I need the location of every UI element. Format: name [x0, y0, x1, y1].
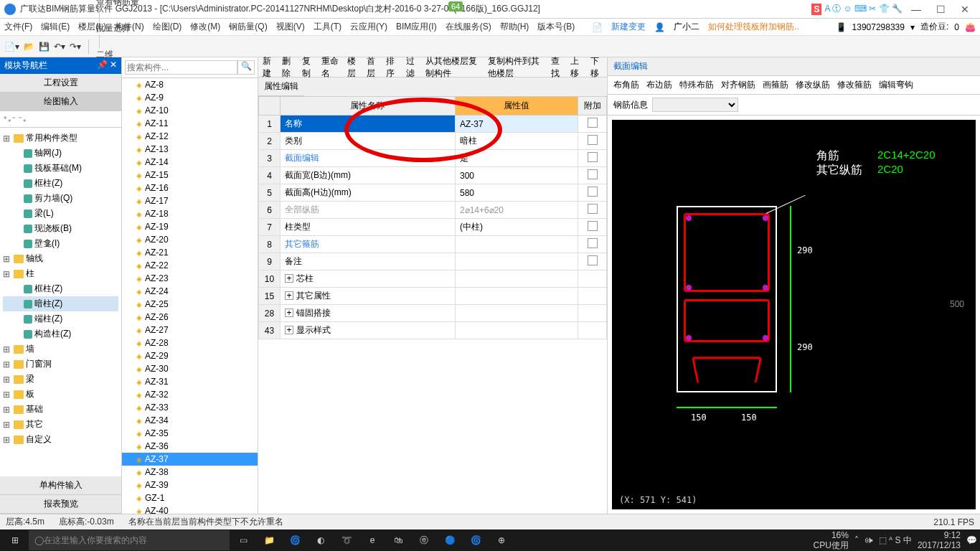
component-item[interactable]: ◈AZ-35 — [122, 427, 258, 440]
help-link[interactable]: 如何处理筏板附加钢筋.. — [708, 21, 799, 33]
property-row[interactable]: 7柱类型(中柱) — [259, 219, 607, 236]
tree-node[interactable]: 现浇板(B) — [3, 221, 118, 236]
edge-icon[interactable]: e — [360, 529, 385, 551]
redo-icon[interactable]: ↷▾ — [70, 42, 81, 52]
component-item[interactable]: ◈AZ-31 — [122, 375, 258, 388]
ie-icon[interactable]: ⓔ — [412, 529, 436, 551]
component-item[interactable]: ◈AZ-32 — [122, 388, 258, 401]
prop-toolbar-button[interactable]: 首层 — [367, 55, 379, 80]
property-row[interactable]: 6全部纵筋2⌀14+6⌀20 — [259, 202, 607, 219]
tab-report-preview[interactable]: 报表预览 — [0, 495, 121, 514]
component-item[interactable]: ◈AZ-18 — [122, 207, 258, 220]
property-row[interactable]: 5截面高(H边)(mm)580 — [259, 184, 607, 202]
component-item[interactable]: ◈AZ-16 — [122, 182, 258, 194]
property-row[interactable]: 3截面编辑是 — [259, 150, 607, 167]
sogou-icon[interactable]: S — [811, 4, 821, 15]
taskview-icon[interactable]: ▭ — [231, 529, 255, 551]
tree-node[interactable]: ⊞自定义 — [3, 432, 118, 447]
component-item[interactable]: ◈AZ-10 — [122, 104, 258, 117]
prop-toolbar-button[interactable]: 上移 — [570, 55, 583, 80]
component-item[interactable]: ◈AZ-9 — [122, 91, 258, 104]
menu-item[interactable]: 绘图(D) — [153, 22, 182, 32]
property-row[interactable]: 1名称AZ-37 — [259, 116, 607, 133]
component-item[interactable]: ◈AZ-26 — [122, 311, 258, 324]
tree-node[interactable]: 框柱(Z) — [3, 281, 118, 296]
section-tab[interactable]: 布边筋 — [646, 79, 672, 91]
save-icon[interactable]: 💾 — [39, 42, 50, 52]
toolbar-button[interactable]: 查看钢筋量 — [96, 0, 139, 8]
component-item[interactable]: ◈AZ-34 — [122, 414, 258, 427]
section-tab[interactable]: 编辑弯钩 — [879, 79, 913, 91]
ime-icons[interactable]: A ⓣ ☺ ⌨ ✂ 👕 🔧 — [824, 3, 903, 15]
prop-toolbar-button[interactable]: 楼层 — [347, 55, 359, 80]
tree-node[interactable]: ⊞梁 — [3, 372, 118, 387]
notifications-icon[interactable]: 💬 — [966, 535, 977, 545]
tree-node[interactable]: 梁(L) — [3, 206, 118, 221]
search-button[interactable]: 🔍 — [237, 60, 255, 75]
component-item[interactable]: ◈AZ-21 — [122, 246, 258, 259]
tab-project-settings[interactable]: 工程设置 — [0, 74, 121, 93]
section-tab[interactable]: 修改箍筋 — [837, 79, 872, 91]
open-icon[interactable]: 📂 — [24, 42, 34, 52]
component-item[interactable]: ◈AZ-11 — [122, 117, 258, 130]
menu-item[interactable]: 版本号(B) — [537, 22, 575, 32]
menu-item[interactable]: 修改(M) — [190, 22, 220, 32]
menu-item[interactable]: 视图(V) — [276, 22, 305, 32]
minimize-button[interactable]: — — [905, 4, 927, 15]
section-tab[interactable]: 画箍筋 — [763, 79, 788, 91]
app-icon-6[interactable]: ⊕ — [489, 529, 514, 551]
component-item[interactable]: ◈AZ-38 — [122, 466, 258, 479]
property-row[interactable]: 4截面宽(B边)(mm)300 — [259, 167, 607, 184]
tree-node[interactable]: 轴网(J) — [3, 146, 118, 161]
undo-icon[interactable]: ↶▾ — [54, 42, 65, 52]
start-button[interactable]: ⊞ — [3, 529, 27, 551]
prop-toolbar-button[interactable]: 从其他楼层复制构件 — [425, 55, 481, 80]
tree-node[interactable]: ⊞板 — [3, 387, 118, 402]
rebar-info-select[interactable] — [652, 98, 738, 112]
prop-toolbar-button[interactable]: 新建 — [263, 55, 275, 80]
property-row[interactable]: 43+显示样式 — [259, 322, 607, 339]
clock[interactable]: 9:122017/12/13 — [918, 530, 961, 551]
component-item[interactable]: ◈AZ-15 — [122, 169, 258, 182]
component-item[interactable]: ◈AZ-28 — [122, 336, 258, 349]
section-tab[interactable]: 特殊布筋 — [679, 79, 714, 91]
component-item[interactable]: ◈AZ-36 — [122, 440, 258, 453]
component-item[interactable]: ◈AZ-24 — [122, 285, 258, 298]
close-button[interactable]: ✕ — [954, 4, 976, 15]
menu-item[interactable]: 工具(T) — [314, 22, 341, 32]
component-item[interactable]: ◈AZ-37 — [122, 453, 258, 466]
tab-draw-input[interactable]: 绘图输入 — [0, 93, 121, 111]
app-icon-2[interactable]: ◐ — [308, 529, 333, 551]
component-item[interactable]: ◈AZ-25 — [122, 298, 258, 311]
tree-node[interactable]: 暗柱(Z) — [3, 296, 118, 311]
menu-item[interactable]: 帮助(H) — [500, 22, 529, 32]
component-item[interactable]: ◈AZ-8 — [122, 78, 258, 91]
prop-toolbar-button[interactable]: 重命名 — [321, 55, 340, 80]
prop-toolbar-button[interactable]: 复制 — [302, 55, 314, 80]
nav-symbols[interactable]: ⁺₊⁻ ⁻₊ — [0, 111, 121, 128]
new-change[interactable]: 新建变更 — [611, 21, 646, 33]
section-tab[interactable]: 修改纵筋 — [796, 79, 830, 91]
cortana-search[interactable]: ◯ 在这里输入你要搜索的内容 — [29, 530, 230, 550]
tree-node[interactable]: ⊞其它 — [3, 417, 118, 432]
menu-item[interactable]: 编辑(E) — [41, 22, 70, 32]
store-icon[interactable]: 🛍 — [386, 529, 410, 551]
new-file-icon[interactable]: 📄▾ — [4, 42, 19, 52]
tree-node[interactable]: 壁龛(I) — [3, 236, 118, 251]
component-item[interactable]: ◈AZ-29 — [122, 349, 258, 362]
tree-node[interactable]: ⊞门窗洞 — [3, 357, 118, 372]
tree-node[interactable]: 端柱(Z) — [3, 311, 118, 326]
section-tab[interactable]: 对齐钢筋 — [721, 79, 755, 91]
component-item[interactable]: ◈AZ-14 — [122, 156, 258, 169]
component-item[interactable]: ◈AZ-39 — [122, 479, 258, 491]
tree-node[interactable]: ⊞柱 — [3, 266, 118, 281]
tree-node[interactable]: 剪力墙(Q) — [3, 191, 118, 206]
user-label[interactable]: 广小二 — [674, 21, 699, 33]
property-row[interactable]: 15+其它属性 — [259, 288, 607, 305]
component-item[interactable]: ◈AZ-27 — [122, 324, 258, 336]
explorer-icon[interactable]: 📁 — [257, 529, 281, 551]
app-icon-4[interactable]: 🔵 — [438, 529, 462, 551]
tree-node[interactable]: ⊞墙 — [3, 342, 118, 357]
tree-node[interactable]: 构造柱(Z) — [3, 326, 118, 342]
maximize-button[interactable]: ☐ — [930, 4, 951, 15]
